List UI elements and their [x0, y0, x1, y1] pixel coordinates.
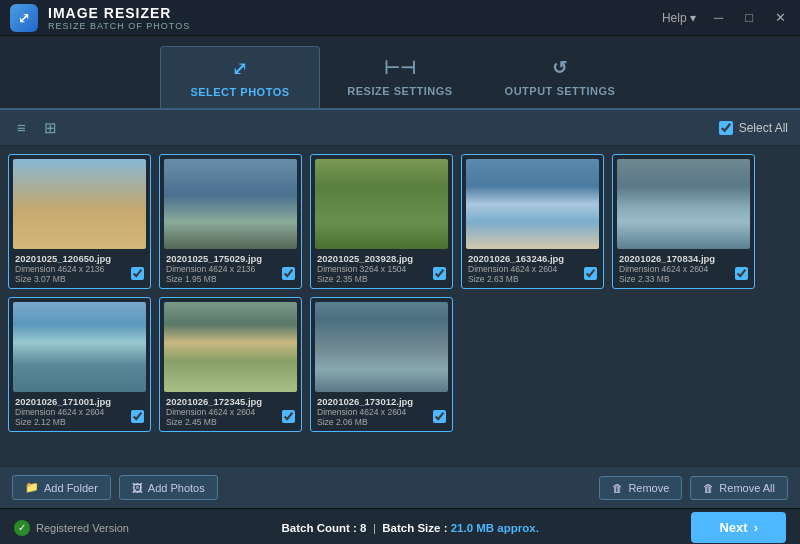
registered-icon: ✓ — [14, 520, 30, 536]
photo-name: 20201025_120650.jpg — [15, 253, 144, 264]
select-all-label: Select All — [739, 121, 788, 135]
photo-size: Size 2.45 MB — [166, 417, 295, 427]
select-all-checkbox[interactable] — [719, 121, 733, 135]
add-folder-label: Add Folder — [44, 482, 98, 494]
photo-name: 20201026_172345.jpg — [166, 396, 295, 407]
remove-all-button[interactable]: 🗑 Remove All — [690, 476, 788, 500]
photo-card[interactable]: 20201026_173012.jpgDimension 4624 x 2604… — [310, 297, 453, 432]
photo-name: 20201025_175029.jpg — [166, 253, 295, 264]
tab-output-settings[interactable]: ↺ OUTPUT SETTINGS — [480, 46, 640, 108]
photo-checkbox[interactable] — [131, 267, 144, 280]
status-left: ✓ Registered Version — [14, 520, 129, 536]
photo-thumbnail — [466, 159, 599, 249]
photo-name: 20201025_203928.jpg — [317, 253, 446, 264]
photo-dimension: Dimension 3264 x 1504 — [317, 264, 446, 274]
folder-icon: 📁 — [25, 481, 39, 494]
photo-info: 20201026_170834.jpgDimension 4624 x 2604… — [617, 249, 750, 284]
photo-card[interactable]: 20201026_170834.jpgDimension 4624 x 2604… — [612, 154, 755, 289]
photo-size: Size 2.33 MB — [619, 274, 748, 284]
resize-settings-icon: ⊢⊣ — [384, 57, 417, 79]
photo-dimension: Dimension 4624 x 2136 — [15, 264, 144, 274]
photo-checkbox[interactable] — [131, 410, 144, 423]
photo-thumbnail — [13, 159, 146, 249]
photo-checkbox[interactable] — [735, 267, 748, 280]
add-photo-icon: 🖼 — [132, 482, 143, 494]
add-folder-button[interactable]: 📁 Add Folder — [12, 475, 111, 500]
maximize-button[interactable]: □ — [741, 8, 757, 27]
photo-info: 20201026_163246.jpgDimension 4624 x 2604… — [466, 249, 599, 284]
add-photos-label: Add Photos — [148, 482, 205, 494]
photo-size: Size 2.06 MB — [317, 417, 446, 427]
photo-thumbnail — [617, 159, 750, 249]
tab-resize-settings[interactable]: ⊢⊣ RESIZE SETTINGS — [320, 46, 480, 108]
photo-checkbox[interactable] — [282, 267, 295, 280]
photo-checkbox[interactable] — [433, 267, 446, 280]
batch-count-label: Batch Count : 8 — [282, 522, 367, 534]
photo-checkbox[interactable] — [282, 410, 295, 423]
photo-card[interactable]: 20201026_171001.jpgDimension 4624 x 2604… — [8, 297, 151, 432]
photo-thumbnail — [164, 159, 297, 249]
tab-resize-settings-label: RESIZE SETTINGS — [347, 85, 452, 97]
photo-dimension: Dimension 4624 x 2604 — [468, 264, 597, 274]
photo-size: Size 2.63 MB — [468, 274, 597, 284]
tab-select-photos[interactable]: ⤢ SELECT PHOTOS — [160, 46, 320, 108]
main-content: ≡ ⊞ Select All 20201025_120650.jpgDimens… — [0, 108, 800, 508]
help-menu[interactable]: Help ▾ — [662, 11, 696, 25]
photo-dimension: Dimension 4624 x 2604 — [15, 407, 144, 417]
photo-size: Size 2.35 MB — [317, 274, 446, 284]
photo-dimension: Dimension 4624 x 2604 — [166, 407, 295, 417]
photo-size: Size 3.07 MB — [15, 274, 144, 284]
photo-card[interactable]: 20201026_172345.jpgDimension 4624 x 2604… — [159, 297, 302, 432]
photo-thumbnail — [164, 302, 297, 392]
photo-info: 20201026_172345.jpgDimension 4624 x 2604… — [164, 392, 297, 427]
photo-size: Size 2.12 MB — [15, 417, 144, 427]
photo-info: 20201025_120650.jpgDimension 4624 x 2136… — [13, 249, 146, 284]
list-view-button[interactable]: ≡ — [12, 116, 31, 140]
photo-info: 20201026_171001.jpgDimension 4624 x 2604… — [13, 392, 146, 427]
photo-card[interactable]: 20201025_120650.jpgDimension 4624 x 2136… — [8, 154, 151, 289]
photo-name: 20201026_173012.jpg — [317, 396, 446, 407]
action-left: 📁 Add Folder 🖼 Add Photos — [12, 475, 218, 500]
toolbar-left: ≡ ⊞ — [12, 116, 62, 140]
photo-name: 20201026_171001.jpg — [15, 396, 144, 407]
next-button[interactable]: Next › — [691, 512, 786, 543]
photo-info: 20201025_175029.jpgDimension 4624 x 2136… — [164, 249, 297, 284]
remove-all-icon: 🗑 — [703, 482, 714, 494]
tab-select-photos-label: SELECT PHOTOS — [190, 86, 289, 98]
close-button[interactable]: ✕ — [771, 8, 790, 27]
output-settings-icon: ↺ — [552, 57, 568, 79]
minimize-button[interactable]: ─ — [710, 8, 727, 27]
photo-checkbox[interactable] — [433, 410, 446, 423]
remove-icon: 🗑 — [612, 482, 623, 494]
next-arrow-icon: › — [754, 520, 758, 535]
photo-name: 20201026_170834.jpg — [619, 253, 748, 264]
grid-view-button[interactable]: ⊞ — [39, 116, 62, 140]
photo-dimension: Dimension 4624 x 2604 — [619, 264, 748, 274]
photo-thumbnail — [315, 159, 448, 249]
registered-label: Registered Version — [36, 522, 129, 534]
remove-button[interactable]: 🗑 Remove — [599, 476, 682, 500]
batch-size-label: Batch Size : 21.0 MB approx. — [382, 522, 539, 534]
title-bar-left: ⤢ IMAGE RESIZER RESIZE BATCH OF PHOTOS — [10, 4, 190, 32]
tab-output-settings-label: OUTPUT SETTINGS — [505, 85, 616, 97]
photo-grid: 20201025_120650.jpgDimension 4624 x 2136… — [0, 146, 800, 466]
photo-card[interactable]: 20201025_203928.jpgDimension 3264 x 1504… — [310, 154, 453, 289]
photo-dimension: Dimension 4624 x 2604 — [317, 407, 446, 417]
photo-card[interactable]: 20201025_175029.jpgDimension 4624 x 2136… — [159, 154, 302, 289]
app-title: IMAGE RESIZER — [48, 5, 190, 21]
photo-info: 20201026_173012.jpgDimension 4624 x 2604… — [315, 392, 448, 427]
add-photos-button[interactable]: 🖼 Add Photos — [119, 475, 218, 500]
tabs-area: ⤢ SELECT PHOTOS ⊢⊣ RESIZE SETTINGS ↺ OUT… — [0, 36, 800, 108]
remove-label: Remove — [628, 482, 669, 494]
photo-card[interactable]: 20201026_163246.jpgDimension 4624 x 2604… — [461, 154, 604, 289]
photo-checkbox[interactable] — [584, 267, 597, 280]
photo-thumbnail — [13, 302, 146, 392]
title-bar: ⤢ IMAGE RESIZER RESIZE BATCH OF PHOTOS H… — [0, 0, 800, 36]
photo-info: 20201025_203928.jpgDimension 3264 x 1504… — [315, 249, 448, 284]
status-center: Batch Count : 8 | Batch Size : 21.0 MB a… — [282, 522, 539, 534]
photo-dimension: Dimension 4624 x 2136 — [166, 264, 295, 274]
remove-all-label: Remove All — [719, 482, 775, 494]
toolbar-right: Select All — [719, 121, 788, 135]
toolbar: ≡ ⊞ Select All — [0, 110, 800, 146]
select-photos-icon: ⤢ — [232, 58, 248, 80]
